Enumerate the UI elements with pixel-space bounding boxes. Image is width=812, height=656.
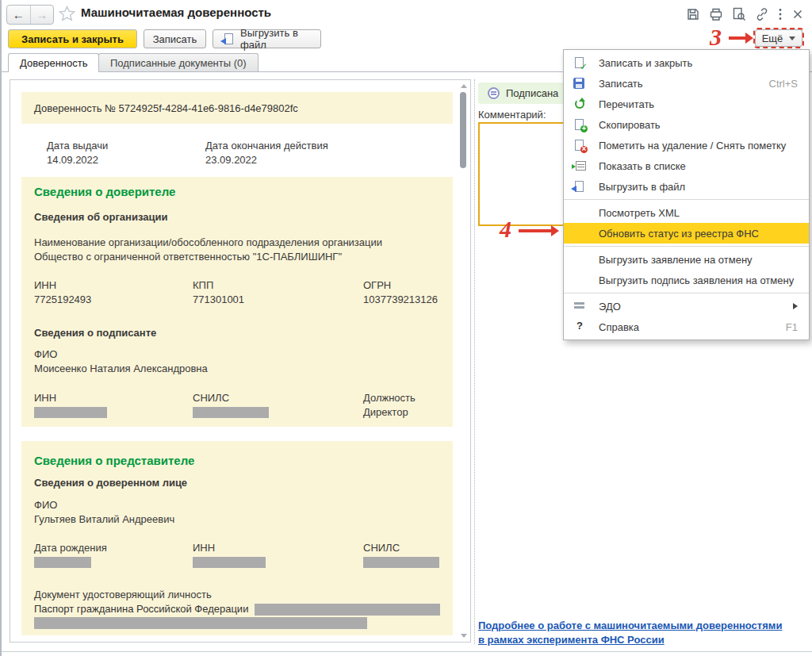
preview-icon[interactable]: [732, 7, 746, 21]
expiry-date-value: 23.09.2022: [205, 153, 376, 167]
signed-stamp-icon: [488, 87, 500, 99]
forward-button[interactable]: →: [31, 6, 54, 24]
id-doc-label: Документ удостоверяющий личность: [21, 588, 453, 602]
scroll-up-icon[interactable]: [461, 84, 467, 88]
kpp-value: 771301001: [193, 293, 363, 307]
signer-fio-value: Моисеенко Наталия Александровна: [21, 362, 453, 376]
link-icon[interactable]: [755, 7, 769, 21]
nav-button-group: ← →: [6, 5, 54, 25]
representative-heading: Сведения о представителе: [21, 452, 453, 470]
panel-separator: [474, 79, 475, 644]
menu-item-5[interactable]: Показать в списке: [564, 155, 809, 176]
position-label: Должность: [363, 391, 440, 405]
scrollbar-thumb[interactable]: [460, 92, 466, 168]
menu-item-label: Записать и закрыть: [599, 57, 692, 69]
copy-icon: [573, 118, 586, 131]
rep-fio-label: ФИО: [21, 498, 453, 512]
export-file-icon: [223, 33, 236, 45]
help-icon: [573, 320, 586, 333]
show-in-list-icon: [576, 161, 586, 171]
id-doc-redacted-1: [255, 604, 440, 616]
edo-icon: [573, 300, 586, 313]
save-icon[interactable]: [686, 7, 700, 21]
forward-arrow-icon: →: [36, 9, 48, 21]
more-dots-icon[interactable]: [778, 7, 783, 21]
menu-item-9[interactable]: Обновить статус из реестра ФНС: [564, 223, 809, 244]
position-value: Директор: [363, 405, 440, 422]
org-heading: Сведения об организации: [21, 210, 453, 224]
menu-item-label: Показать в списке: [599, 160, 686, 172]
fns-info-link[interactable]: Подробнее о работе с машиночитаемыми дов…: [478, 619, 812, 647]
menu-item-15[interactable]: СправкаF1: [564, 316, 809, 337]
menu-item-label: Записать: [599, 78, 643, 90]
rep-snils-label: СНИЛС: [363, 541, 440, 555]
back-button[interactable]: ←: [7, 6, 31, 24]
menu-item-14[interactable]: ЭДО: [564, 296, 809, 316]
rep-inn-label: ИНН: [193, 541, 363, 555]
menu-item-8[interactable]: Посмотреть XML: [564, 202, 809, 223]
poa-number: Доверенность № 5724925f-4284-41e6-9816-d…: [34, 102, 298, 114]
tab-signed-documents[interactable]: Подписанные документы (0): [98, 53, 259, 71]
menu-item-0[interactable]: Записать и закрыть: [564, 52, 809, 73]
menu-separator: [564, 293, 809, 293]
status-text: Подписана: [506, 87, 558, 99]
mchd-window: ← → Машиночитаемая доверенность Записать…: [0, 0, 812, 656]
annotation-step-4: 4: [500, 217, 511, 241]
menu-item-label: Обновить статус из реестра ФНС: [599, 228, 759, 240]
birth-date-redacted: [34, 557, 91, 568]
inn-value: 7725192493: [34, 293, 193, 307]
menu-item-4[interactable]: Пометить на удаление / Снять пометку: [564, 135, 809, 155]
document-scrollbar[interactable]: [458, 82, 468, 639]
inn-label: ИНН: [34, 278, 193, 293]
menu-item-3[interactable]: Скопировать: [564, 114, 809, 135]
favorite-star-icon[interactable]: [59, 6, 75, 24]
poa-number-band: Доверенность № 5724925f-4284-41e6-9816-d…: [21, 92, 453, 124]
poa-document-panel: Доверенность № 5724925f-4284-41e6-9816-d…: [10, 79, 471, 643]
menu-item-label: Посмотреть XML: [599, 207, 680, 219]
rep-fio-value: Гультяев Виталий Андреевич: [21, 512, 453, 527]
id-doc-redacted-2: [34, 617, 367, 629]
representative-section: Сведения о представителе Сведения о дове…: [21, 441, 453, 635]
submenu-arrow-icon: [793, 303, 798, 309]
delete-mark-icon: [573, 139, 586, 152]
person-heading: Сведения о доверенном лице: [21, 476, 453, 490]
more-button[interactable]: Ещё: [755, 29, 802, 47]
scroll-down-icon[interactable]: [461, 634, 467, 638]
back-arrow-icon: ←: [13, 9, 25, 21]
poa-dates: Дата выдачи Дата окончания действия 14.0…: [21, 139, 453, 167]
signer-inn-redacted: [34, 407, 107, 418]
menu-item-label: Пометить на удаление / Снять пометку: [599, 140, 786, 152]
org-name-value: Общество с ограниченной ответственностью…: [21, 250, 453, 264]
print-icon[interactable]: [709, 7, 723, 21]
ogrn-label: ОГРН: [363, 278, 440, 293]
refresh-icon: [573, 98, 586, 110]
menu-item-6[interactable]: Выгрузить в файл: [564, 176, 809, 197]
export-file-icon: [573, 180, 586, 193]
comment-label: Комментарий:: [478, 109, 546, 121]
rep-snils-redacted: [363, 557, 439, 568]
close-icon[interactable]: [791, 8, 804, 21]
id-doc-value: Паспорт гражданина Российской Федерации: [34, 602, 248, 616]
birth-date-label: Дата рождения: [34, 541, 193, 555]
menu-item-label: Перечитать: [599, 98, 654, 110]
menu-item-label: Справка: [599, 321, 639, 333]
menu-item-11[interactable]: Выгрузить заявление на отмену: [564, 249, 809, 270]
principal-heading: Сведения о доверителе: [21, 183, 453, 201]
org-name-label: Наименование организации/обособленного п…: [21, 236, 453, 250]
menu-item-1[interactable]: ЗаписатьCtrl+S: [564, 73, 809, 94]
menu-item-2[interactable]: Перечитать: [564, 94, 809, 114]
save-icon: [573, 78, 584, 89]
menu-item-12[interactable]: Выгрузить подпись заявления на отмену: [564, 270, 809, 290]
issue-date-value: 14.09.2022: [47, 153, 205, 167]
export-to-file-button[interactable]: Выгрузить в файл: [213, 29, 321, 48]
save-button[interactable]: Записать: [144, 29, 206, 48]
save-and-close-button[interactable]: Записать и закрыть: [8, 29, 137, 48]
menu-item-label: Выгрузить заявление на отмену: [599, 254, 753, 266]
menu-item-label: ЭДО: [599, 301, 621, 313]
menu-item-label: Скопировать: [599, 119, 661, 131]
status-badge: Подписана: [478, 82, 568, 104]
tab-doverennost[interactable]: Доверенность: [8, 53, 99, 72]
save-close-icon: [573, 56, 586, 69]
menu-separator: [564, 246, 809, 247]
more-menu: Записать и закрытьЗаписатьCtrl+SПеречита…: [563, 49, 810, 340]
